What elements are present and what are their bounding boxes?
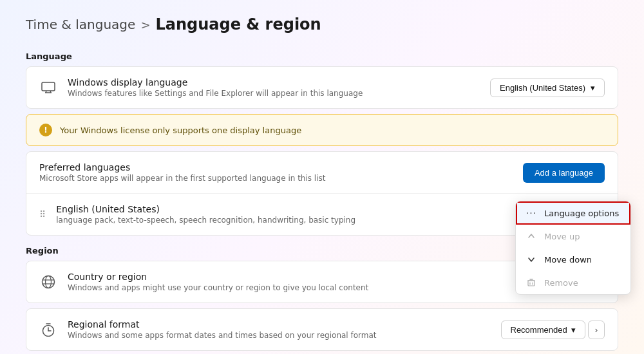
regional-format-title: Regional format: [68, 319, 491, 330]
trash-icon: [526, 277, 536, 288]
add-language-action[interactable]: Add a language: [523, 163, 605, 183]
recommended-dropdown-btn[interactable]: Recommended ▾: [501, 321, 585, 339]
arrow-down-icon: [526, 254, 536, 265]
context-menu-item-remove: Remove: [516, 271, 630, 294]
warning-text: Your Windows license only supports one d…: [60, 126, 301, 135]
regional-format-card: Regional format Windows and some apps fo…: [26, 308, 618, 351]
preferred-languages-title: Preferred languages: [39, 162, 513, 172]
english-us-title: English (United States): [56, 204, 571, 214]
globe-icon: [39, 273, 57, 291]
display-language-title: Windows display language: [68, 77, 480, 88]
context-menu-item-move-down[interactable]: Move down: [516, 248, 630, 271]
context-menu-item-move-up: Move up: [516, 225, 630, 248]
preferred-languages-content: Preferred languages Microsoft Store apps…: [39, 162, 513, 183]
display-language-dropdown[interactable]: English (United States) ▾: [490, 79, 605, 97]
monitor-icon: [39, 79, 57, 97]
drag-handle-icon: ⠿: [39, 209, 46, 219]
settings-page: Time & language > Language & region Lang…: [0, 0, 644, 354]
breadcrumb-parent[interactable]: Time & language: [26, 17, 135, 32]
warning-banner: ! Your Windows license only supports one…: [26, 114, 618, 146]
add-language-button[interactable]: Add a language: [523, 163, 605, 183]
chevron-down-icon: ▾: [571, 325, 576, 335]
warning-icon: !: [39, 124, 52, 136]
remove-label: Remove: [544, 278, 578, 288]
breadcrumb-current: Language & region: [155, 15, 321, 33]
display-language-content: Windows display language Windows feature…: [68, 77, 480, 98]
svg-point-5: [46, 276, 52, 288]
chevron-down-icon: ▾: [591, 83, 595, 93]
arrow-up-icon: [526, 231, 536, 241]
language-options-label: Language options: [544, 209, 619, 218]
language-section-label: Language: [26, 51, 618, 61]
display-language-subtitle: Windows features like Settings and File …: [68, 89, 480, 98]
move-down-label: Move down: [544, 255, 592, 265]
regional-format-action[interactable]: Recommended ▾ ›: [501, 321, 605, 339]
regional-format-expand-btn[interactable]: ›: [588, 321, 605, 339]
display-language-card: Windows display language Windows feature…: [26, 66, 618, 109]
preferred-languages-subtitle: Microsoft Store apps will appear in the …: [39, 174, 513, 183]
english-us-content: English (United States) language pack, t…: [56, 204, 571, 225]
regional-format-content: Regional format Windows and some apps fo…: [68, 319, 491, 340]
move-up-label: Move up: [544, 232, 580, 241]
display-language-dropdown-btn[interactable]: English (United States) ▾: [490, 79, 605, 97]
dots-icon: ···: [526, 208, 536, 218]
context-menu-item-language-options[interactable]: ··· Language options: [516, 201, 630, 225]
svg-rect-12: [528, 281, 535, 286]
format-icon: [39, 321, 57, 339]
context-menu: ··· Language options Move up Move down: [515, 201, 631, 295]
english-us-subtitle: language pack, text-to-speech, speech re…: [56, 216, 571, 225]
chevron-down-icon: ›: [595, 325, 598, 335]
breadcrumb: Time & language > Language & region: [26, 15, 618, 33]
breadcrumb-separator: >: [140, 18, 150, 32]
svg-rect-0: [42, 82, 55, 91]
regional-format-subtitle: Windows and some apps format dates and t…: [68, 331, 491, 340]
svg-point-4: [43, 276, 55, 288]
